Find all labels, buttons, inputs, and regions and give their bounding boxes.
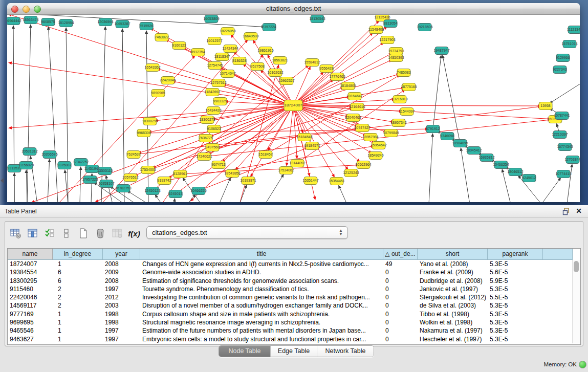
column-header-title[interactable]: title <box>140 249 383 260</box>
network-node[interactable]: 19218506 <box>417 24 432 31</box>
column-header-short[interactable]: short <box>418 249 488 260</box>
network-node[interactable]: 12036594 <box>97 18 113 26</box>
new-table-button[interactable] <box>76 227 91 240</box>
column-header-in_degree[interactable]: in_degree <box>53 249 103 260</box>
network-node[interactable]: 8791912 <box>426 125 440 133</box>
network-node[interactable]: 20576512 <box>122 174 138 182</box>
network-node[interactable]: 17957223 <box>82 176 98 184</box>
network-node[interactable]: 18046512 <box>507 168 523 176</box>
network-node[interactable]: 12217903 <box>379 36 395 44</box>
close-panel-icon[interactable]: ✕ <box>576 207 582 215</box>
network-node[interactable]: 10466255 <box>190 187 206 195</box>
network-node[interactable]: 18549240 <box>367 152 383 160</box>
network-node[interactable]: 10466254 <box>493 161 509 169</box>
table-row[interactable]: 1456911722003Disruption of a novel membe… <box>8 301 573 310</box>
select-all-checks-button[interactable] <box>42 227 57 240</box>
network-node[interactable]: 15354451 <box>329 178 344 185</box>
column-header-out_de...[interactable]: △ out_de... <box>383 249 418 260</box>
network-node[interactable]: 9129966 <box>556 54 570 62</box>
network-node[interactable]: 16162632 <box>267 69 283 77</box>
network-node[interactable]: 9245013 <box>168 190 182 198</box>
row-height-button[interactable] <box>59 227 74 240</box>
network-node[interactable]: 15954542 <box>371 142 386 149</box>
network-node[interactable]: 9968306 <box>137 129 150 137</box>
table-row[interactable]: 1830029562008Estimation of significance … <box>8 277 573 285</box>
table-row[interactable]: 946362711997Embryonic stem cells: a mode… <box>8 335 573 343</box>
table-row[interactable]: 2242004622012Investigating the contribut… <box>8 293 573 301</box>
network-node[interactable]: 10164647 <box>346 93 362 100</box>
network-node[interactable]: 9903329 <box>213 98 227 105</box>
network-node[interactable]: 16543362 <box>144 64 160 72</box>
window-titlebar[interactable]: citations_edges.txt <box>7 3 580 15</box>
network-node[interactable]: 19184571 <box>304 142 320 150</box>
network-node[interactable]: 9227343 <box>553 66 567 74</box>
table-row[interactable]: 977716911998Corpus callosum shape and si… <box>8 310 573 318</box>
network-node[interactable]: 9160123 <box>172 42 186 50</box>
network-node[interactable]: 7624537 <box>126 151 140 159</box>
network-node[interactable]: 18045412 <box>466 147 482 155</box>
network-node[interactable]: 10799849 <box>383 129 399 137</box>
table-scrollbar[interactable] <box>572 260 580 343</box>
network-node[interactable]: 15958 <box>539 102 552 110</box>
table-scrollbar-thumb[interactable] <box>574 261 579 272</box>
network-node[interactable]: 19861915 <box>257 47 273 55</box>
network-node[interactable]: 9375887 <box>57 162 71 169</box>
network-node[interactable]: 20531312 <box>21 148 37 156</box>
network-node[interactable]: 7515526 <box>139 23 153 30</box>
network-node[interactable]: 18184805 <box>340 82 356 90</box>
network-node[interactable]: 18957342 <box>390 119 406 127</box>
network-node[interactable]: 10653287 <box>114 20 130 28</box>
network-node[interactable]: 16774343 <box>557 143 573 151</box>
network-node[interactable]: 13144092 <box>289 160 305 167</box>
column-header-year[interactable]: year <box>103 249 140 260</box>
network-node[interactable]: 16434420 <box>205 107 221 115</box>
network-node[interactable]: 13216810 <box>391 96 407 103</box>
network-node[interactable]: 18563821 <box>272 57 288 64</box>
network-node[interactable]: 19487947 <box>433 47 449 55</box>
function-builder-button[interactable]: f(x) <box>126 227 142 240</box>
network-node[interactable]: 17534062 <box>278 167 294 174</box>
network-graph[interactable]: 1872400718226058160125771242434418118347… <box>7 15 580 202</box>
network-node[interactable]: 18300295 <box>142 118 158 125</box>
network-node[interactable]: 10904095 <box>452 140 468 147</box>
tab-edge-table[interactable]: Edge Table <box>271 346 317 357</box>
network-node[interactable]: 16958107 <box>98 180 114 188</box>
modify-table-button[interactable] <box>8 227 24 240</box>
network-node[interactable]: 15351447 <box>302 177 318 185</box>
network-node[interactable]: 10787441 <box>554 112 570 120</box>
tab-network-table[interactable]: Network Table <box>317 346 374 357</box>
table-row[interactable]: 1872400712008Changes of HCN gene express… <box>8 260 573 268</box>
network-node[interactable]: 8912354 <box>191 49 205 56</box>
delete-column-button[interactable] <box>110 227 125 240</box>
network-node[interactable]: 15584812 <box>304 59 320 67</box>
network-node[interactable]: 11548408 <box>368 26 384 34</box>
network-node[interactable]: 12210397 <box>552 131 568 139</box>
network-node[interactable]: 11842692 <box>205 89 221 96</box>
network-node[interactable]: 17342757 <box>73 159 89 166</box>
network-node[interactable]: 18957984 <box>362 134 378 141</box>
network-node[interactable]: 11544097 <box>399 108 415 116</box>
network-node[interactable]: 16649500 <box>243 33 258 40</box>
network-node[interactable]: 12703844 <box>564 156 580 164</box>
network-node[interactable]: 18563474 <box>23 16 38 24</box>
network-node[interactable]: 10714047 <box>220 70 235 78</box>
network-node[interactable]: 8128961 <box>173 170 187 178</box>
memory-status-indicator[interactable] <box>579 361 586 368</box>
network-node[interactable]: 16782753 <box>115 185 131 192</box>
network-node[interactable]: 9497568 <box>205 144 219 151</box>
network-node[interactable]: 17534003 <box>140 166 156 174</box>
network-node[interactable]: 8813054 <box>383 20 397 28</box>
network-node[interactable]: 11156829 <box>18 162 34 169</box>
delete-table-button[interactable] <box>93 227 108 240</box>
network-node[interactable]: 7485083 <box>397 69 410 77</box>
network-node[interactable]: 10774415 <box>555 170 571 178</box>
network-node[interactable]: 9527508 <box>250 63 264 71</box>
network-node[interactable]: 19734793 <box>388 48 404 55</box>
network-table-select[interactable]: citations_edges.txt ▲▼ <box>146 226 348 239</box>
network-node[interactable]: 15751074 <box>561 40 577 48</box>
tab-node-table[interactable]: Node Table <box>219 346 271 357</box>
network-node[interactable]: 18226058 <box>220 28 235 35</box>
network-node[interactable]: 11121344 <box>567 26 580 34</box>
network-node[interactable]: 12125243 <box>343 169 359 177</box>
panel-collapse-arrow[interactable] <box>1 178 4 183</box>
